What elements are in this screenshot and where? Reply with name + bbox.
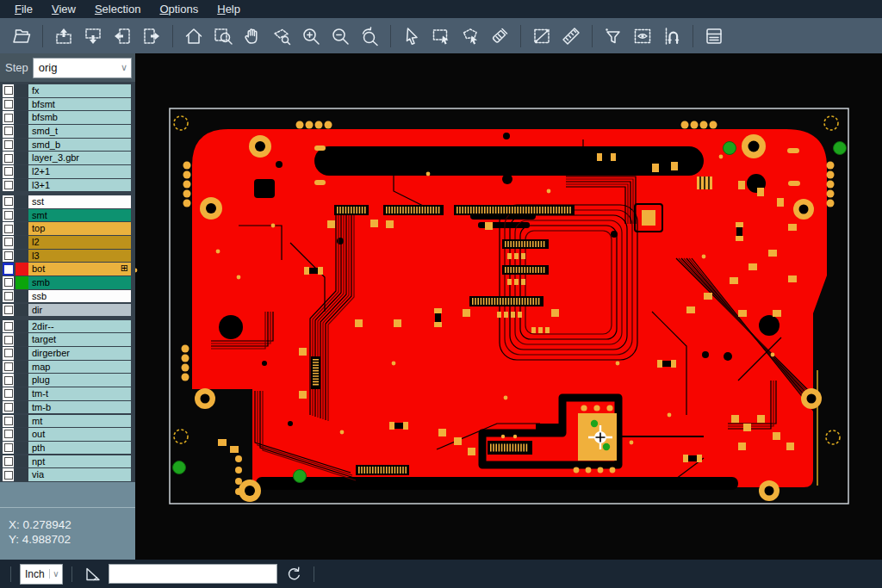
refresh-icon[interactable] bbox=[283, 563, 305, 585]
layer-checkbox[interactable] bbox=[3, 415, 14, 428]
snap-magnet-icon[interactable] bbox=[657, 22, 686, 51]
highlight-view-icon[interactable] bbox=[628, 22, 657, 51]
layer-row-via[interactable]: via bbox=[0, 468, 135, 481]
zoom-out-icon[interactable] bbox=[326, 22, 355, 51]
filter-funnel-icon[interactable] bbox=[599, 22, 628, 51]
layer-label[interactable]: smt bbox=[28, 209, 131, 222]
layer-row-smd_b[interactable]: smd_b bbox=[0, 139, 135, 152]
layer-label[interactable]: tm-t bbox=[28, 387, 131, 400]
layer-row-top[interactable]: top bbox=[0, 222, 135, 235]
zoom-previous-icon[interactable] bbox=[355, 22, 384, 51]
layer-checkbox[interactable] bbox=[3, 333, 14, 346]
layer-label[interactable]: bfsmb bbox=[28, 111, 131, 124]
layer-checkbox[interactable] bbox=[3, 152, 14, 164]
layer-label[interactable]: out bbox=[28, 428, 131, 441]
layer-checkbox[interactable] bbox=[3, 195, 14, 208]
layer-label[interactable]: dir bbox=[28, 304, 131, 317]
measure-ruler-icon[interactable] bbox=[556, 22, 586, 51]
layer-checkbox[interactable] bbox=[3, 209, 14, 222]
layer-label[interactable]: dirgerber bbox=[28, 347, 131, 360]
layer-checkbox[interactable] bbox=[3, 468, 14, 481]
layer-checkbox[interactable] bbox=[3, 428, 14, 441]
select-polygon-icon[interactable] bbox=[456, 22, 485, 51]
layer-row-ssb[interactable]: ssb bbox=[0, 290, 135, 303]
layer-row-bfsmt[interactable]: bfsmt bbox=[0, 98, 135, 111]
layer-label[interactable]: l3 bbox=[28, 250, 131, 263]
layer-row-l2+1[interactable]: l2+1 bbox=[0, 165, 135, 178]
home-view-icon[interactable] bbox=[179, 22, 208, 51]
paste-up-icon[interactable] bbox=[49, 22, 78, 51]
zoom-in-icon[interactable] bbox=[296, 22, 326, 51]
layer-row-bfsmb[interactable]: bfsmb bbox=[0, 111, 135, 124]
report-panel-icon[interactable] bbox=[699, 22, 729, 51]
layer-checkbox[interactable] bbox=[3, 111, 14, 124]
layer-checkbox[interactable] bbox=[3, 320, 14, 333]
layer-label[interactable]: smb bbox=[28, 276, 131, 289]
layer-label[interactable]: mt bbox=[28, 415, 131, 428]
layer-row-l3+1[interactable]: l3+1 bbox=[0, 179, 135, 192]
layer-checkbox[interactable] bbox=[3, 139, 14, 152]
layer-label[interactable]: sst bbox=[28, 195, 131, 208]
layer-row-map[interactable]: map bbox=[0, 361, 135, 374]
layer-label[interactable]: smd_b bbox=[28, 139, 131, 152]
layer-label[interactable]: npt bbox=[28, 455, 131, 468]
layer-row-bot[interactable]: bot⊞ bbox=[0, 263, 135, 275]
layer-label[interactable]: via bbox=[28, 468, 131, 481]
layer-checkbox[interactable] bbox=[3, 125, 14, 138]
zoom-object-icon[interactable] bbox=[267, 22, 296, 51]
layer-row-target[interactable]: target bbox=[0, 333, 135, 346]
layer-row-smt[interactable]: smt bbox=[0, 209, 135, 222]
set-square-icon[interactable] bbox=[81, 563, 103, 585]
layer-label[interactable]: l3+1 bbox=[28, 179, 131, 192]
layer-row-tm-b[interactable]: tm-b bbox=[0, 401, 135, 414]
shift-left-icon[interactable] bbox=[108, 22, 137, 51]
layer-label[interactable]: l2+1 bbox=[28, 165, 131, 178]
layer-label[interactable]: target bbox=[28, 333, 131, 346]
layer-checkbox[interactable] bbox=[3, 236, 14, 249]
layer-row-smb[interactable]: smb bbox=[0, 276, 135, 289]
layer-checkbox[interactable] bbox=[3, 165, 14, 178]
menu-options[interactable]: Options bbox=[150, 1, 208, 17]
layer-label[interactable]: plug bbox=[28, 374, 131, 387]
layer-row-smd_t[interactable]: smd_t bbox=[0, 125, 135, 138]
layer-row-2dir--[interactable]: 2dir-- bbox=[0, 320, 135, 333]
layer-row-sst[interactable]: sst bbox=[0, 195, 135, 208]
layer-row-dirgerber[interactable]: dirgerber bbox=[0, 347, 135, 360]
layer-label[interactable]: top bbox=[28, 222, 131, 235]
layer-checkbox[interactable] bbox=[3, 442, 14, 455]
layer-checkbox[interactable] bbox=[3, 455, 14, 468]
layer-row-dir[interactable]: dir bbox=[0, 304, 135, 317]
pan-hand-icon[interactable] bbox=[238, 22, 267, 51]
command-input[interactable] bbox=[109, 564, 277, 584]
layer-label[interactable]: tm-b bbox=[28, 401, 131, 414]
clear-brush-icon[interactable] bbox=[485, 22, 514, 51]
layer-row-fx[interactable]: fx bbox=[0, 84, 135, 97]
layer-row-pth[interactable]: pth bbox=[0, 442, 135, 455]
layer-label[interactable]: map bbox=[28, 361, 131, 374]
select-rect-icon[interactable] bbox=[426, 22, 456, 51]
layer-checkbox[interactable] bbox=[3, 387, 14, 400]
layer-label[interactable]: ssb bbox=[28, 290, 131, 303]
menu-view[interactable]: View bbox=[42, 1, 85, 17]
layer-checkbox[interactable] bbox=[3, 304, 14, 317]
layer-checkbox[interactable] bbox=[3, 361, 14, 374]
layer-row-layer_3.gbr[interactable]: layer_3.gbr bbox=[0, 152, 135, 164]
step-select[interactable]: orig ∨ bbox=[33, 58, 132, 78]
layer-label[interactable]: layer_3.gbr bbox=[28, 152, 131, 164]
layer-label[interactable]: 2dir-- bbox=[28, 320, 131, 333]
menu-file[interactable]: File bbox=[5, 1, 42, 17]
paste-down-icon[interactable] bbox=[78, 22, 108, 51]
menu-help[interactable]: Help bbox=[208, 1, 250, 17]
layer-label[interactable]: bfsmt bbox=[28, 98, 131, 111]
open-folder-icon[interactable] bbox=[7, 22, 36, 51]
layer-checkbox[interactable] bbox=[3, 263, 14, 275]
layer-label[interactable]: fx bbox=[28, 84, 131, 97]
layer-row-out[interactable]: out bbox=[0, 428, 135, 441]
layer-checkbox[interactable] bbox=[3, 290, 14, 303]
layer-checkbox[interactable] bbox=[3, 347, 14, 360]
layer-label[interactable]: l2 bbox=[28, 236, 131, 249]
layer-checkbox[interactable] bbox=[3, 179, 14, 192]
layer-checkbox[interactable] bbox=[3, 401, 14, 414]
layer-checkbox[interactable] bbox=[3, 84, 14, 97]
layer-row-npt[interactable]: npt bbox=[0, 455, 135, 468]
